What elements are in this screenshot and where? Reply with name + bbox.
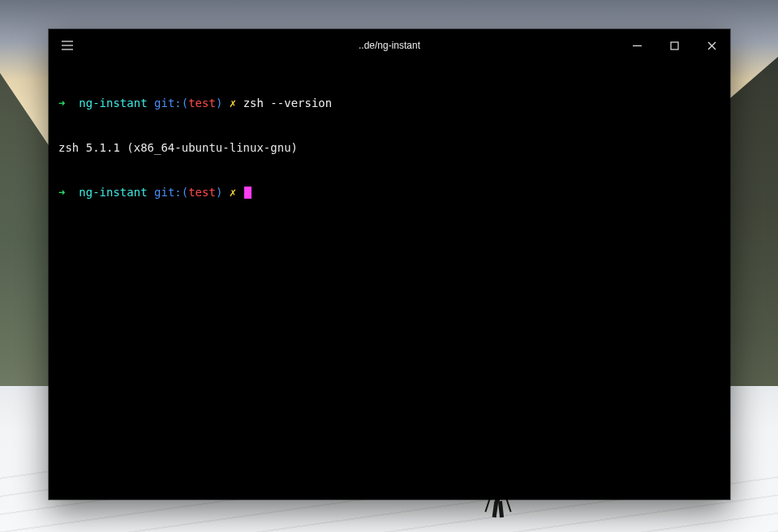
hamburger-menu-icon[interactable]	[49, 29, 86, 62]
window-controls	[618, 29, 730, 62]
terminal-body[interactable]: ➜ ng-instant git:(test) ✗ zsh --version …	[49, 62, 730, 500]
cursor	[244, 187, 251, 199]
prompt-branch: test	[188, 97, 216, 109]
titlebar[interactable]: ..de/ng-instant	[49, 29, 730, 62]
prompt-arrow: ➜	[58, 97, 65, 109]
prompt-dirty-mark: ✗	[230, 97, 236, 109]
prompt-git-suffix: )	[216, 97, 222, 109]
entered-command: zsh --version	[243, 97, 333, 109]
prompt-git-suffix: )	[216, 186, 222, 199]
prompt-line-1: ➜ ng-instant git:(test) ✗ zsh --version	[58, 96, 720, 110]
prompt-git-prefix: git:(	[154, 97, 188, 109]
prompt-dirty-mark: ✗	[230, 186, 236, 199]
prompt-arrow: ➜	[58, 186, 65, 199]
svg-rect-4	[671, 42, 678, 49]
minimize-button[interactable]	[618, 29, 655, 62]
prompt-dir: ng-instant	[79, 97, 147, 109]
terminal-window: ..de/ng-instant ➜ ng-instant git:(test) …	[49, 29, 730, 500]
prompt-branch: test	[188, 186, 216, 199]
prompt-git-prefix: git:(	[154, 186, 188, 199]
close-button[interactable]	[693, 29, 730, 62]
prompt-dir: ng-instant	[79, 186, 147, 199]
desktop-wallpaper: ..de/ng-instant ➜ ng-instant git:(test) …	[0, 0, 778, 532]
prompt-line-2: ➜ ng-instant git:(test) ✗	[58, 185, 720, 200]
command-output: zsh 5.1.1 (x86_64-ubuntu-linux-gnu)	[58, 140, 720, 155]
maximize-button[interactable]	[655, 29, 693, 62]
